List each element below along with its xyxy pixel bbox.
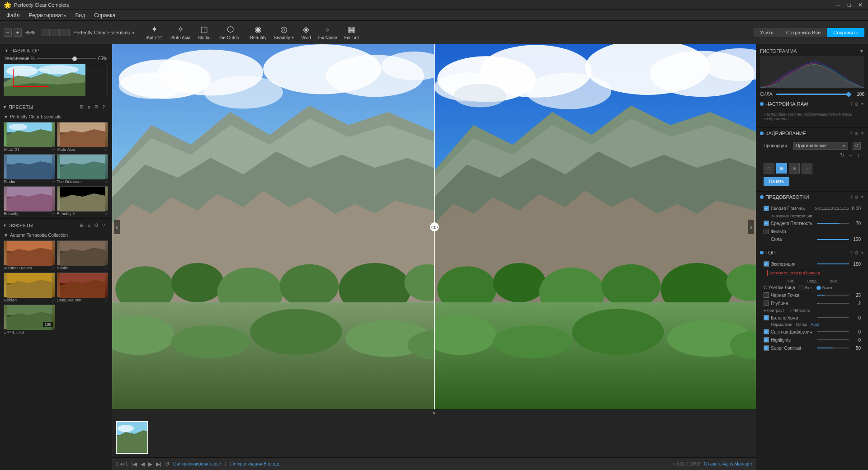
effects-grid-view[interactable]: ⊞ [78,221,85,229]
skin-soft[interactable]: Мягко [796,322,807,327]
prev-page-button[interactable]: ◀ [141,461,145,467]
effect-star[interactable]: ☆ [104,298,108,302]
black-point-checkbox[interactable] [764,292,769,298]
learn-button[interactable]: Учить [754,28,780,37]
super-contrast-slider[interactable] [817,348,849,348]
crop-settings-btn[interactable]: ⚙ [854,131,859,136]
sync-forward-button[interactable]: Синхронизация Вперед [229,461,279,466]
crop-help[interactable]: ? [850,131,853,136]
proportions-dropdown[interactable]: Оригинальные ▼ [793,142,848,150]
toolbar-iauto21[interactable]: ✦ iAuto '21 [143,24,166,41]
preset-item[interactable]: The Outdoors ☆ [57,154,108,184]
menu-view[interactable]: Вид [71,10,90,20]
presets-header[interactable]: ▼ ПРЕСЕТЫ ⊞ ≡ ⚙ ? [0,100,112,113]
effect-item[interactable]: Rustic ☆ [57,240,108,271]
exposure-checkbox[interactable] [764,261,769,267]
super-contrast-checkbox[interactable] [764,345,769,351]
clarity-radio[interactable]: ○ Чёткость [790,308,810,313]
save-button[interactable]: Сохранить [827,28,864,37]
quick-help-checkbox[interactable] [764,206,769,211]
raw-settings-btn[interactable]: ⚙ [854,102,859,107]
tone-help[interactable]: ? [850,250,853,255]
density-checkbox[interactable] [764,221,769,226]
face-off-option[interactable]: Выкл. [816,286,833,290]
toolbar-beautify[interactable]: ◉ Beautify [247,24,269,41]
preset-star[interactable]: ☆ [104,212,108,216]
strength-slider[interactable] [776,94,851,95]
exposure-slider[interactable] [817,263,849,264]
preset-item[interactable]: IАuto '21 ☆ [4,122,55,152]
preproc-help[interactable]: ? [850,195,853,200]
effect-star[interactable]: ☆ [104,266,108,270]
highlights-slider[interactable] [817,339,849,340]
light-diff-slider[interactable] [817,331,849,332]
flip-v-button[interactable]: ↕ [856,151,861,159]
zoom-plus-button[interactable]: + [14,28,22,37]
split-divider[interactable]: ◁▷ [434,44,435,409]
raw-settings-header[interactable]: НАСТРОЙКА RAW ? ⚙ ▼ [756,99,868,109]
preset-selector[interactable]: Perfectly Clear Essentials ▼ [73,30,135,35]
preset-star[interactable]: ☆ [104,147,108,152]
last-page-button[interactable]: ▶| [156,461,161,467]
menu-help[interactable]: Справка [90,10,120,20]
histogram-menu[interactable]: ▼ [859,48,864,54]
menu-edit[interactable]: Редактировать [24,10,71,20]
grid-circle-button[interactable]: ○ [802,163,812,174]
rotate-button[interactable]: ↺ [165,461,170,467]
preproc-header[interactable]: ПРЕДОБРАБОТКИ ? ⚙ ▼ [756,192,868,202]
presets-grid-view[interactable]: ⊞ [78,103,85,111]
face-on-option[interactable]: Вкл. [799,286,813,290]
toolbar-vivid[interactable]: ◈ Vivid [298,24,314,41]
highlights-checkbox[interactable] [764,337,769,343]
minimize-button[interactable]: ─ [835,2,842,8]
filter-checkbox[interactable] [764,229,769,234]
navigator-header[interactable]: ▼ НАВИГАТОР [2,46,110,55]
flip-h-button[interactable]: ↔ [847,151,854,159]
preset-star[interactable]: ☆ [52,212,55,216]
effect-star[interactable]: ☆ [52,266,55,270]
preset-star[interactable]: ☆ [52,179,55,184]
split-handle[interactable]: ◁▷ [430,222,439,231]
crop-reset-button[interactable]: ↺ [853,142,861,150]
preset-star[interactable]: ☆ [52,147,55,152]
depth-slider[interactable] [817,303,849,304]
close-button[interactable]: ✕ [856,2,864,8]
preproc-settings-btn[interactable]: ⚙ [854,195,859,200]
effects-header[interactable]: ▼ ЭФФЕКТЫ ⊞ ≡ ⚙ ? [0,219,112,232]
grid-thirds-button[interactable]: ⊞ [776,163,787,174]
zoom-minus-button[interactable]: − [4,28,12,37]
preset-item[interactable]: IAuto Asia ☆ [57,122,108,152]
preset-item[interactable]: Beautify + ☆ [57,186,108,216]
effect-item[interactable]: Golden ☆ [4,273,55,303]
effects-list-view[interactable]: ≡ [86,222,91,229]
raw-help[interactable]: ? [850,102,853,107]
first-page-button[interactable]: |◀ [132,461,137,467]
preset-star[interactable]: ☆ [104,179,108,184]
grid-none-button[interactable]: □ [764,163,774,174]
rotate-cw-button[interactable]: ↻ [839,151,845,159]
toolbar-fix-tint[interactable]: ▦ Fix Tint [341,24,361,41]
toolbar-iauto-asia[interactable]: ✧ iAuto Asia [168,24,193,41]
toolbar-studio[interactable]: ◫ Studio [195,24,213,41]
toolbar-fix-noise[interactable]: ⬦ Fix Noise [316,24,340,41]
effect-star[interactable]: ☆ [52,298,55,302]
toolbar-beautify-plus[interactable]: ◎ Beautify + [271,24,297,41]
skin-checkbox[interactable] [764,315,769,320]
effect-item[interactable]: Deep Autumn ☆ [57,273,108,303]
effects-settings[interactable]: ⚙ [93,221,100,229]
preset-item[interactable]: Beautify ☆ [4,186,55,216]
density-slider[interactable] [817,223,849,224]
view-compare-button[interactable] [61,29,70,36]
tone-header[interactable]: ТОН ? ⚙ ▼ [756,247,868,258]
view-single-button[interactable] [41,29,50,36]
contrast-radio[interactable]: ● Контраст [764,308,784,313]
preset-item[interactable]: Studio ☆ [4,154,55,184]
left-nav-arrow[interactable]: ‹ [114,220,120,234]
black-point-slider[interactable] [817,295,849,296]
presets-settings[interactable]: ⚙ [93,103,100,111]
effects-category-header[interactable]: ▼ Autumn Terracotta Collection [0,232,112,239]
film-thumbnail[interactable] [116,421,148,454]
tone-settings-btn[interactable]: ⚙ [854,250,859,255]
crop-header[interactable]: КАДРИРОВАНИЕ ? ⚙ ▼ [756,128,868,139]
menu-file[interactable]: Файл [2,10,24,20]
